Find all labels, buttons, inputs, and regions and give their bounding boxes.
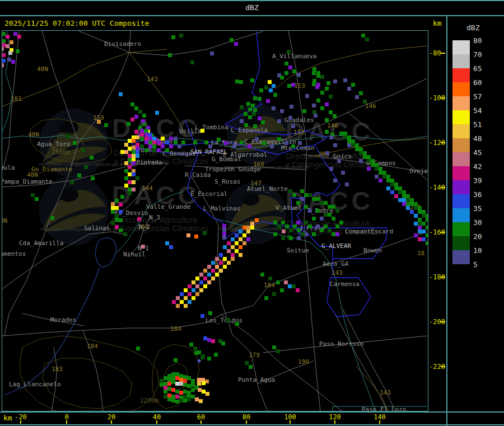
legend-value: 39 xyxy=(473,176,482,185)
x-axis-tick xyxy=(246,420,247,424)
echo-cell xyxy=(272,106,276,110)
legend-value: 60 xyxy=(473,78,482,87)
echo-cell xyxy=(240,141,244,144)
echo-cell xyxy=(343,132,347,135)
echo-cell xyxy=(277,137,281,141)
x-axis-label: 40 xyxy=(153,413,161,421)
echo-cell xyxy=(281,236,285,240)
echo-cell xyxy=(262,141,266,145)
echo-cell xyxy=(359,159,363,163)
echo-cell xyxy=(231,237,235,241)
echo-cell xyxy=(394,182,398,186)
echo-cell xyxy=(382,175,386,179)
echo-cell xyxy=(164,382,167,386)
echo-cell xyxy=(320,217,324,221)
legend-swatch-30 xyxy=(452,222,470,236)
echo-cell xyxy=(324,224,328,228)
echo-cell xyxy=(332,217,335,221)
echo-cell xyxy=(203,231,207,235)
echo-cell xyxy=(164,390,167,394)
legend-value: 42 xyxy=(473,162,482,171)
echo-cell xyxy=(132,150,136,154)
echo-cell xyxy=(333,179,337,182)
y-axis-tick xyxy=(441,187,445,188)
echo-cell xyxy=(251,104,255,107)
echo-cell xyxy=(148,137,152,141)
echo-cell xyxy=(128,147,132,151)
y-axis-tick xyxy=(441,142,445,143)
echo-cell xyxy=(124,176,128,180)
echo-cell xyxy=(245,361,249,365)
echo-cell xyxy=(2,63,4,67)
echo-cell xyxy=(320,91,324,95)
echo-cell xyxy=(365,38,369,41)
echo-cell xyxy=(180,300,184,304)
echo-cell xyxy=(152,137,156,141)
echo-cell xyxy=(320,106,324,110)
echo-cell xyxy=(115,225,119,229)
echo-cell xyxy=(167,387,171,391)
echo-cell xyxy=(288,189,292,193)
echo-cell xyxy=(141,245,145,249)
echo-cell xyxy=(402,190,406,194)
echo-cell xyxy=(174,141,178,144)
echo-cell xyxy=(197,378,201,382)
echo-cell xyxy=(155,111,159,115)
x-axis-tick xyxy=(334,420,335,424)
echo-cell xyxy=(208,311,212,315)
echo-cell xyxy=(165,148,169,152)
echo-cell xyxy=(221,341,225,345)
echo-cell xyxy=(140,144,144,148)
echo-cell xyxy=(128,139,132,143)
echo-cell xyxy=(273,93,277,97)
echo-cell xyxy=(181,141,185,144)
echo-cell xyxy=(258,116,262,120)
echo-cell xyxy=(160,383,164,387)
echo-cell xyxy=(165,141,169,144)
echo-cell xyxy=(406,202,410,206)
echo-cell xyxy=(418,210,422,214)
echo-cell xyxy=(277,224,281,228)
echo-cell xyxy=(127,122,130,126)
echo-cell xyxy=(328,228,332,232)
y-axis-tick xyxy=(441,321,445,322)
echo-cell xyxy=(277,119,281,123)
echo-cell xyxy=(198,388,202,392)
echo-cell xyxy=(273,232,277,236)
echo-cell xyxy=(288,284,292,288)
echo-cell xyxy=(192,288,195,292)
echo-cell xyxy=(316,99,320,102)
echo-cell xyxy=(418,230,422,233)
echo-cell xyxy=(414,233,418,237)
echo-cell xyxy=(272,345,276,349)
echo-cell xyxy=(410,210,414,214)
echo-cell xyxy=(308,209,312,213)
y-axis-tick xyxy=(441,366,445,367)
echo-cell xyxy=(297,236,301,240)
echo-cell xyxy=(230,38,234,42)
echo-cell xyxy=(328,213,332,217)
echo-cell xyxy=(169,245,173,249)
echo-cell xyxy=(325,87,329,91)
legend-value: 30 xyxy=(473,218,482,227)
echo-cell xyxy=(144,133,148,137)
echo-cell xyxy=(187,397,191,401)
echo-cell xyxy=(320,228,324,232)
bottom-border xyxy=(0,424,504,425)
echo-cell xyxy=(171,399,175,402)
echo-cell xyxy=(168,53,172,57)
echo-cell xyxy=(280,288,284,292)
echo-cell xyxy=(144,137,148,141)
echo-cell xyxy=(246,230,250,233)
map-viewport[interactable]: DACCDirección de Agricultura y Contingen… xyxy=(2,30,428,411)
echo-cell xyxy=(304,221,308,224)
echo-cell xyxy=(259,88,263,92)
echo-cell xyxy=(379,171,382,175)
echo-cell xyxy=(111,221,115,225)
echo-cell xyxy=(316,197,320,201)
echo-cell xyxy=(287,84,291,88)
echo-cell xyxy=(136,150,139,154)
echo-cell xyxy=(214,353,218,357)
echo-cell xyxy=(199,273,203,277)
echo-cell xyxy=(148,133,152,137)
